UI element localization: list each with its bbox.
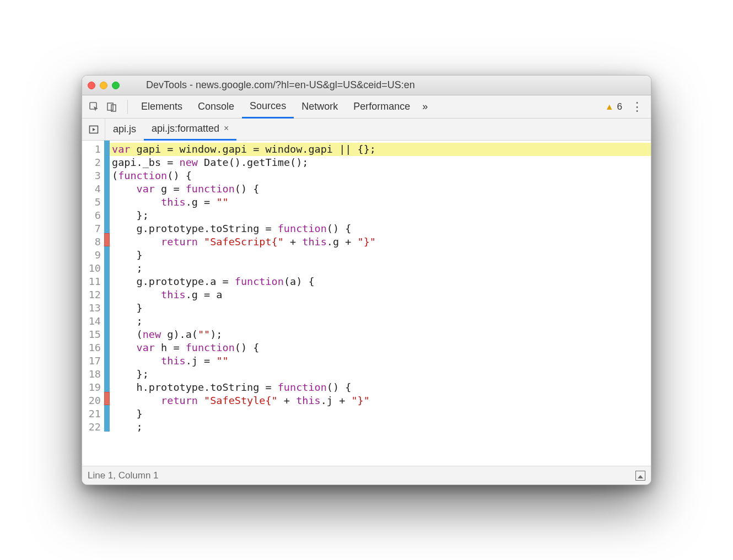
- main-toolbar: Elements Console Sources Network Perform…: [82, 95, 651, 119]
- svg-rect-1: [107, 103, 113, 110]
- line-number-gutter: 12345678910111213141516171819202122: [82, 141, 104, 466]
- warning-icon: ▲: [605, 102, 614, 112]
- file-tab-strip: api.js api.js:formatted ×: [82, 119, 651, 141]
- close-window-button[interactable]: [88, 82, 95, 89]
- show-navigator-icon[interactable]: [82, 119, 105, 141]
- file-tab-label: api.js:formatted: [152, 123, 219, 134]
- file-tab-api-js-formatted[interactable]: api.js:formatted ×: [144, 119, 236, 141]
- coverage-gutter: [104, 141, 110, 466]
- devtools-window: DevTools - news.google.com/?hl=en-US&gl=…: [82, 75, 651, 485]
- device-toggle-icon[interactable]: [104, 99, 120, 115]
- toggle-drawer-icon[interactable]: [635, 471, 645, 481]
- status-bar: Line 1, Column 1: [82, 466, 651, 484]
- cursor-position: Line 1, Column 1: [88, 470, 159, 481]
- window-titlebar: DevTools - news.google.com/?hl=en-US&gl=…: [82, 76, 651, 95]
- file-tab-label: api.js: [113, 123, 136, 135]
- more-tabs-chevron-icon[interactable]: »: [418, 101, 432, 112]
- tab-console[interactable]: Console: [190, 95, 242, 119]
- window-title: DevTools - news.google.com/?hl=en-US&gl=…: [146, 79, 415, 91]
- tab-sources[interactable]: Sources: [242, 95, 294, 119]
- warnings-badge[interactable]: ▲ 6: [605, 101, 622, 112]
- file-tab-api-js[interactable]: api.js: [105, 119, 144, 141]
- traffic-lights: [88, 82, 120, 89]
- code-editor[interactable]: 12345678910111213141516171819202122 var …: [82, 141, 651, 466]
- toolbar-separator: [127, 100, 128, 114]
- tab-network[interactable]: Network: [294, 95, 346, 119]
- tab-elements[interactable]: Elements: [133, 95, 190, 119]
- close-icon[interactable]: ×: [224, 123, 229, 133]
- warning-count: 6: [617, 101, 622, 112]
- minimize-window-button[interactable]: [100, 82, 107, 89]
- settings-menu-icon[interactable]: ⋮: [628, 100, 646, 114]
- tab-performance[interactable]: Performance: [346, 95, 418, 119]
- code-content[interactable]: var gapi = window.gapi = window.gapi || …: [110, 141, 651, 466]
- inspect-element-icon[interactable]: [87, 99, 102, 115]
- zoom-window-button[interactable]: [112, 82, 120, 89]
